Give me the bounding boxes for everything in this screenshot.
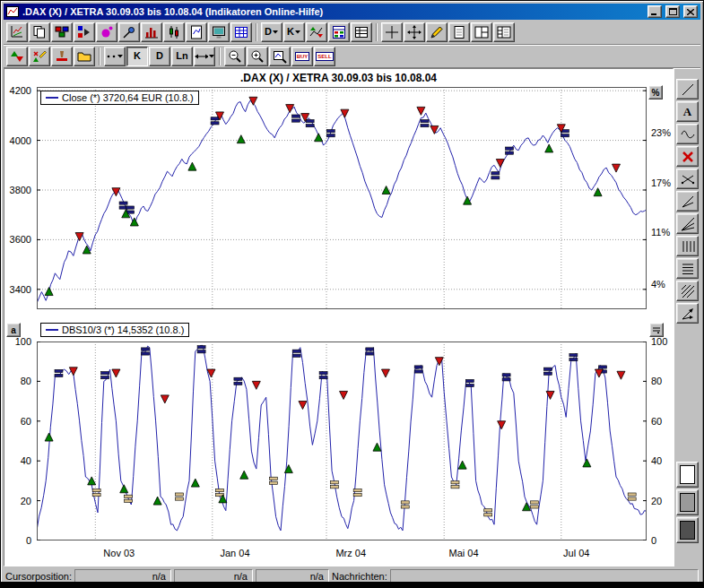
legend-line-sample: [46, 329, 58, 331]
daily-chart-label: D: [156, 51, 163, 61]
notes-button[interactable]: [448, 22, 470, 42]
axis-tick-label: 80: [651, 376, 662, 386]
format-brush-button[interactable]: [51, 47, 73, 66]
close-icon: [687, 9, 694, 15]
hatch-tool[interactable]: [676, 281, 699, 301]
pin-icon: [122, 25, 136, 39]
wave-tool[interactable]: [676, 124, 699, 144]
brush-icon: [55, 49, 69, 64]
x-axis: Nov 03Jan 04Mrz 04Mai 04Jul 04: [37, 548, 647, 560]
axis-tick-label: 3400: [10, 284, 31, 295]
layout-button[interactable]: [471, 22, 492, 42]
candle-chart-button[interactable]: K: [126, 47, 148, 66]
double-arrow-icon: [195, 51, 208, 62]
line-style-button[interactable]: [104, 47, 126, 66]
axis-tick-label: 4000: [10, 135, 31, 146]
price-legend[interactable]: Close (*) 3720,64 EUR (10.8.): [40, 91, 199, 105]
chart-page-icon: [189, 25, 204, 39]
signal-arrows-button[interactable]: [306, 22, 327, 42]
price-plot[interactable]: [37, 87, 647, 309]
buy-marker-label: BUY: [295, 52, 310, 61]
swatch-light-tool[interactable]: [676, 462, 699, 488]
oscillator-left-axis: 020406080100: [4, 342, 34, 544]
maximize-icon: [669, 8, 677, 15]
swatch-dark-tool[interactable]: [676, 517, 699, 543]
pin-button[interactable]: [118, 22, 140, 42]
swatch-medium-icon: [680, 493, 695, 512]
crosshair-button[interactable]: [381, 22, 403, 42]
signal-editor-button[interactable]: [29, 47, 50, 66]
candlestick-icon: [167, 25, 181, 39]
chart-objects-button[interactable]: [74, 22, 95, 42]
trendline-tool[interactable]: [676, 79, 699, 99]
period-day-button[interactable]: D: [261, 22, 282, 42]
new-chart-button[interactable]: [6, 22, 28, 42]
price-legend-text: Close (*) 3720,64 EUR (10.8.): [62, 92, 194, 103]
period-day-label: D: [265, 27, 272, 37]
fan-lines-tool[interactable]: [676, 213, 699, 234]
axis-tick-label: 100: [15, 336, 31, 347]
properties-button[interactable]: [493, 22, 515, 42]
copy-button[interactable]: [29, 22, 50, 42]
percent-scale-label: %: [652, 88, 660, 98]
delete-tool[interactable]: [676, 146, 699, 167]
oscillator-legend-text: DBS10/3 (*) 14,5352 (10.8.): [62, 324, 184, 335]
quote-board-button[interactable]: [328, 22, 350, 42]
close-button[interactable]: [683, 5, 698, 18]
oscillator-legend[interactable]: DBS10/3 (*) 14,5352 (10.8.): [40, 323, 189, 337]
oscillator-right-axis: 020406080100: [649, 342, 673, 544]
monitor-button[interactable]: [208, 22, 230, 42]
axis-tick-label: 17%: [651, 177, 671, 188]
vertical-lines-icon: [681, 239, 695, 254]
move-button[interactable]: [404, 22, 425, 42]
daily-chart-button[interactable]: D: [149, 47, 170, 66]
dropdown-arrow-icon: [295, 30, 301, 34]
workspace-colors-button[interactable]: [51, 22, 73, 42]
buy-marker-button[interactable]: BUY: [291, 47, 313, 66]
x-axis-label: Mrz 04: [335, 548, 366, 558]
arrows-tool[interactable]: [676, 303, 699, 324]
text-tool[interactable]: A: [676, 101, 699, 122]
scale-menu-button[interactable]: [649, 323, 664, 337]
quote-board-icon: [332, 25, 346, 39]
vertical-lines-tool[interactable]: [676, 236, 699, 256]
zoom-in-button[interactable]: [247, 47, 268, 66]
sell-marker-button[interactable]: SELL: [314, 47, 335, 66]
percent-scale-button[interactable]: %: [648, 85, 663, 99]
zoom-out-button[interactable]: [224, 47, 246, 66]
dropdown-arrow-icon: [209, 55, 214, 58]
x-axis-label: Mai 04: [448, 548, 478, 558]
bottom-strip: [1, 582, 703, 587]
chart-report-button[interactable]: [186, 22, 207, 42]
cursor-mode-button[interactable]: [194, 47, 215, 66]
maximize-button[interactable]: [665, 5, 680, 18]
cross-lines-tool[interactable]: [676, 169, 699, 189]
horizontal-lines-tool[interactable]: [676, 258, 699, 279]
candlestick-button[interactable]: [163, 22, 185, 42]
crosshair-icon: [385, 25, 399, 39]
bar-chart-button[interactable]: [141, 22, 162, 42]
zoom-range-icon: [273, 49, 287, 64]
zoom-range-button[interactable]: [269, 47, 291, 66]
highlighter-button[interactable]: [96, 22, 117, 42]
log-scale-button[interactable]: Ln: [171, 47, 193, 66]
axis-tick-label: 0: [26, 535, 31, 546]
data-table-button[interactable]: [351, 22, 372, 42]
draw-pencil-button[interactable]: [426, 22, 448, 42]
template-button[interactable]: [74, 47, 95, 66]
angle-tool[interactable]: [676, 191, 699, 212]
subchart-a-button[interactable]: a: [6, 323, 21, 337]
oscillator-plot[interactable]: [37, 342, 647, 540]
grid-export-button[interactable]: [230, 22, 252, 42]
axis-tick-label: 3600: [10, 234, 31, 245]
signal-editor-icon: [32, 49, 47, 64]
period-candle-button[interactable]: K: [283, 22, 305, 42]
notes-page-icon: [452, 25, 466, 39]
window-title: .DAX (X) / XETRA 30.09.03 bis 10.08.04 (…: [22, 6, 644, 17]
swatch-medium-tool[interactable]: [676, 489, 699, 515]
workspace: .DAX (X) / XETRA 30.09.03 bis 10.08.04 3…: [4, 68, 700, 566]
minimize-button[interactable]: [648, 5, 662, 18]
signals-overlay-button[interactable]: [6, 47, 28, 66]
swatch-dark-icon: [680, 521, 695, 540]
toolbar-separator: [256, 23, 257, 41]
